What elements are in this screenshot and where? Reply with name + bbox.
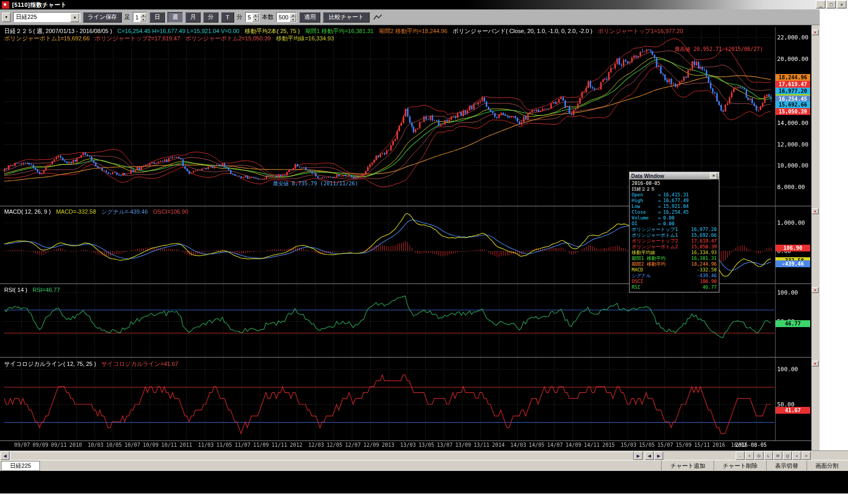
data-window-row-value: 0.00 — [663, 215, 675, 221]
data-window-row: MACD-332.58 — [632, 267, 717, 273]
chevron-down-icon[interactable]: ▼ — [70, 13, 79, 22]
data-window-row-value: 16,977.20 — [691, 227, 717, 233]
data-window-row-label: OI — [632, 221, 656, 227]
data-window-row-value: 46.77 — [703, 285, 717, 290]
data-window-row-value: 16,254.45 — [663, 209, 689, 215]
zoom-in-button[interactable]: + — [745, 452, 754, 460]
spinner-down-icon[interactable]: ▼ — [290, 17, 296, 22]
data-window-row-label: 期間2 移動平均 — [632, 261, 666, 267]
close-button[interactable]: × — [837, 1, 846, 8]
data-window-row: ボリンジャートップ217,619.47 — [632, 238, 717, 244]
data-window-symbol: 日経２２５ — [632, 186, 717, 192]
page-right-button[interactable]: ▶ — [654, 452, 663, 460]
data-window-row: 期間2 移動平均18,244.96 — [632, 261, 717, 267]
data-window-row: シグナル-439.46 — [632, 273, 717, 279]
data-window-row-value: 16,381.31 — [691, 256, 717, 261]
tab-row: 日経225 チャート追加チャート削除表示切替画面分割 — [0, 460, 848, 471]
macd-panel-collapse-button[interactable]: ▼ — [812, 208, 819, 214]
data-window-titlebar[interactable]: Data Window × — [630, 172, 719, 180]
data-window-row-label: Low — [632, 204, 656, 209]
split-screen-button[interactable]: 画面分割 — [807, 460, 847, 471]
data-window-row: 移動平均線16,334.93 — [632, 250, 717, 256]
spinner-down-icon[interactable]: ▼ — [253, 17, 259, 22]
data-window[interactable]: Data Window × 2016-08-05日経２２５Open=16,415… — [629, 172, 719, 292]
bar-count-spinner[interactable]: 500 ▲ ▼ — [276, 12, 297, 22]
data-window-row-eq: = — [656, 204, 663, 209]
psy-panel-collapse-button[interactable]: ▼ — [812, 361, 819, 366]
apply-button[interactable]: 適用 — [299, 12, 320, 23]
save-line-button[interactable]: ライン保存 — [83, 12, 122, 23]
data-window-row-value: 18,244.96 — [691, 261, 717, 267]
spinner-down-icon[interactable]: ▼ — [140, 17, 146, 22]
data-window-row-value: 15,050.39 — [691, 244, 717, 250]
data-window-body: 2016-08-05日経２２５Open=16,415.31High=16,677… — [630, 180, 719, 292]
page-left-button[interactable]: ◀ — [645, 452, 654, 460]
period-week-button[interactable]: 週 — [167, 12, 183, 23]
chart-tab-nikkei225[interactable]: 日経225 — [1, 461, 40, 471]
data-window-row-value: 0.00 — [663, 221, 675, 227]
data-window-row-value: 16,334.93 — [691, 250, 717, 256]
data-window-row: OSCI106.90 — [632, 279, 717, 285]
bar-count-value: 500 — [279, 14, 288, 20]
bar-count-label: 本数 — [262, 13, 274, 21]
data-window-row-eq: = — [656, 192, 663, 198]
scroll-left-button[interactable]: ◀ — [1, 452, 9, 460]
maximize-button[interactable]: □ — [826, 1, 836, 8]
bar-interval-spinner[interactable]: 1 ▲ ▼ — [133, 12, 147, 22]
data-window-row-value: -332.58 — [697, 267, 717, 273]
bottom-black-band — [0, 470, 848, 494]
app-window: [5110]指数チャート _ □ × ▼ 日経225 ▼ ライン保存 足 1 ▲… — [0, 0, 848, 504]
trendline-icon[interactable] — [372, 12, 384, 23]
data-window-row-eq: = — [656, 215, 663, 221]
window-right-margin — [820, 9, 848, 470]
data-window-row-eq: = — [656, 221, 663, 227]
data-window-title: Data Window — [631, 173, 664, 179]
mode-r-button[interactable]: R — [773, 452, 782, 460]
window-title: [5110]指数チャート — [12, 1, 67, 9]
toggle-display-button[interactable]: 表示切替 — [766, 460, 807, 471]
period-day-button[interactable]: 日 — [150, 12, 165, 23]
minimize-button[interactable]: _ — [816, 1, 825, 8]
zoom-out-button[interactable]: - — [736, 452, 745, 460]
data-window-row: Close=16,254.45 — [632, 209, 717, 215]
add-chart-button[interactable]: チャート追加 — [661, 460, 714, 471]
close-icon[interactable]: × — [710, 173, 717, 180]
period-tick-button[interactable]: T — [221, 12, 234, 23]
period-minute-button[interactable]: 分 — [203, 12, 218, 23]
symbol-list-button[interactable]: ▼ — [2, 13, 11, 22]
remove-chart-button[interactable]: チャート削除 — [714, 460, 766, 471]
data-window-row-label: ボリンジャートップ1 — [632, 227, 678, 233]
data-window-row: Open=16,415.31 — [632, 192, 717, 198]
data-window-row-value: 15,692.66 — [691, 233, 717, 238]
spinner-up-icon[interactable]: ▲ — [290, 13, 296, 17]
data-window-row: High=16,677.49 — [632, 198, 717, 204]
data-window-row: Low=15,921.04 — [632, 204, 717, 209]
mode-l-button[interactable]: L — [764, 452, 773, 460]
data-window-row-label: High — [632, 198, 656, 204]
data-window-row-label: ボリンジャーボトム2 — [632, 244, 678, 250]
panel-strip: ▼ ▼ ▼ ▼ — [811, 25, 820, 452]
period-month-button[interactable]: 月 — [185, 12, 201, 23]
data-window-row-value: 16,415.31 — [663, 192, 689, 198]
scroll-right-button[interactable]: ▶ — [634, 452, 643, 460]
minute-spinner[interactable]: 5 ▲ ▼ — [245, 12, 259, 22]
magnifier-button[interactable]: Q — [783, 452, 792, 460]
minute-value: 5 — [248, 14, 251, 20]
data-window-row-value: -439.46 — [697, 273, 717, 279]
spinner-up-icon[interactable]: ▲ — [253, 13, 259, 17]
clear-button[interactable]: × — [792, 452, 801, 460]
compare-chart-button[interactable]: 比較チャート — [323, 12, 370, 23]
data-window-row: ボリンジャーボトム215,050.39 — [632, 244, 717, 250]
app-icon — [2, 1, 9, 9]
data-window-row: ボリンジャーボトム115,692.66 — [632, 233, 717, 238]
mode-d-button[interactable]: D — [755, 452, 763, 460]
symbol-combobox[interactable]: 日経225 ▼ — [13, 12, 80, 22]
data-window-row-label: Close — [632, 209, 656, 215]
data-window-row-value: 106.90 — [699, 279, 717, 285]
rsi-panel-collapse-button[interactable]: ▼ — [812, 287, 819, 293]
titlebar: [5110]指数チャート _ □ × — [0, 0, 848, 9]
data-window-row-eq: = — [656, 209, 663, 215]
jump-end-button[interactable]: » — [802, 452, 811, 460]
main-panel-collapse-button[interactable]: ▼ — [812, 29, 819, 35]
spinner-up-icon[interactable]: ▲ — [140, 13, 146, 17]
